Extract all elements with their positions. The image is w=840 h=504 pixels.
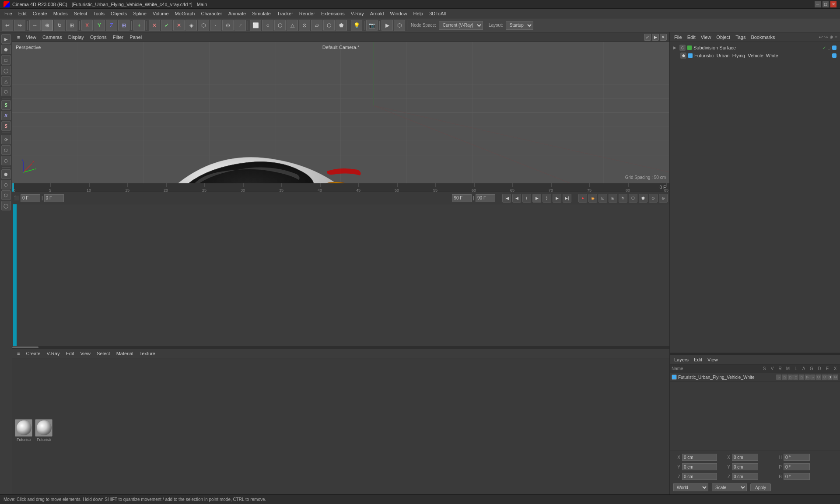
vp-fullscreen-btn[interactable]: ⤢ — [644, 34, 651, 41]
axis-y-button[interactable]: Y — [94, 20, 105, 31]
lp-icon-extra[interactable]: ⊡ — [833, 374, 838, 380]
tl-goto-end[interactable]: ▶| — [563, 194, 571, 203]
rp-icon-2[interactable]: ↪ — [824, 35, 828, 39]
rotate-tool-button[interactable]: ↻ — [54, 20, 65, 31]
attr-z-field[interactable] — [682, 473, 717, 480]
fracture-btn[interactable]: ⬡ — [323, 20, 335, 31]
sidebar-extra2[interactable]: ⬡ — [1, 180, 11, 189]
move-tool-button[interactable]: ↔ — [29, 20, 41, 31]
tl-record-pla[interactable]: ⬡ — [629, 194, 637, 203]
vp-menu-icon[interactable]: ≡ — [15, 34, 22, 41]
maximize-button[interactable]: □ — [822, 1, 829, 7]
cylinder-btn[interactable]: ⬡ — [274, 20, 286, 31]
lp-icon-exp[interactable]: ⬡ — [822, 374, 827, 380]
light-btn[interactable]: 💡 — [351, 20, 362, 31]
knife-btn[interactable]: ⟋ — [234, 20, 246, 31]
sidebar-rotate[interactable]: ⟳ — [1, 135, 11, 144]
rp-menu-tags[interactable]: Tags — [734, 34, 747, 41]
vp-menu-cameras[interactable]: Cameras — [40, 34, 64, 41]
menu-help[interactable]: Help — [411, 10, 426, 17]
sidebar-mode-texture[interactable]: □ — [1, 55, 11, 65]
tl-current-frame[interactable] — [44, 194, 64, 202]
tl-start-frame[interactable] — [21, 194, 40, 202]
mat-menu-view[interactable]: View — [78, 350, 93, 357]
axis-z-button[interactable]: Z — [106, 20, 117, 31]
attr-x-field[interactable] — [682, 454, 717, 461]
mograph-btn[interactable]: ⬟ — [336, 20, 347, 31]
material-item-1[interactable]: Futuristi — [15, 419, 32, 442]
menu-animate[interactable]: Animate — [226, 10, 248, 17]
tl-play[interactable]: ▶ — [532, 194, 541, 203]
sphere-btn[interactable]: ○ — [262, 20, 273, 31]
sidebar-mode-polygon[interactable]: △ — [1, 76, 11, 86]
attr-p-field[interactable] — [784, 463, 810, 470]
menu-render[interactable]: Render — [297, 10, 318, 17]
lp-icon-render[interactable]: □ — [788, 374, 793, 380]
timeline-track[interactable] — [12, 204, 669, 346]
attr-z2-field[interactable] — [732, 473, 758, 480]
menu-3dtoall[interactable]: 3DToAll — [427, 10, 448, 17]
menu-volume[interactable]: Volume — [150, 10, 172, 17]
vp-render-btn[interactable]: ▶ — [652, 34, 659, 41]
lp-icon-lock[interactable]: □ — [799, 374, 804, 380]
sidebar-mode-model[interactable]: ▶ — [1, 34, 11, 44]
close-button[interactable]: ✕ — [830, 1, 836, 7]
redo-button[interactable]: ↪ — [14, 20, 25, 31]
attr-y2-field[interactable] — [732, 463, 758, 470]
vp-menu-filter[interactable]: Filter — [111, 34, 126, 41]
attr-scale-select[interactable]: Scale — [712, 483, 747, 491]
mat-menu-create[interactable]: Create — [24, 350, 42, 357]
vp-menu-panel[interactable]: Panel — [127, 34, 144, 41]
rp-icon-4[interactable]: ≡ — [835, 35, 837, 39]
menu-select[interactable]: Select — [71, 10, 90, 17]
lp-icon-anim[interactable]: ▷ — [805, 374, 810, 380]
tl-next-key[interactable]: ⟩ — [542, 194, 551, 203]
menu-extensions[interactable]: Extensions — [318, 10, 347, 17]
lp-icon-color[interactable]: ◑ — [827, 374, 833, 380]
sidebar-mode-object[interactable]: ⬟ — [1, 45, 11, 54]
object-btn[interactable]: ✓ — [161, 20, 172, 31]
tl-record-auto[interactable]: ◉ — [588, 194, 597, 203]
lp-icon-gen[interactable]: ○ — [810, 374, 816, 380]
attr-world-select[interactable]: World — [673, 483, 708, 491]
attr-h-field[interactable] — [784, 454, 810, 461]
rp-icon-3[interactable]: ⊕ — [830, 35, 833, 39]
vp-menu-display[interactable]: Display — [66, 34, 86, 41]
cube-btn[interactable]: ⬜ — [250, 20, 261, 31]
menu-file[interactable]: File — [2, 10, 15, 17]
render-btn[interactable]: ⬡ — [394, 20, 405, 31]
select-all-button[interactable]: ⊞ — [66, 20, 77, 31]
sidebar-snap2[interactable]: ⬡ — [1, 156, 11, 165]
mat-menu-texture[interactable]: Texture — [137, 350, 158, 357]
tl-goto-start[interactable]: |◀ — [502, 194, 511, 203]
texture-btn[interactable]: ✕ — [173, 20, 185, 31]
tl-prev-frame[interactable]: ◀ — [512, 194, 521, 203]
live-select-btn[interactable]: ⊙ — [222, 20, 234, 31]
sidebar-s3[interactable]: S — [1, 121, 11, 131]
layout-select[interactable]: Startup — [506, 21, 533, 30]
scale-tool-button[interactable]: ⊕ — [42, 20, 53, 31]
lp-icon-solo[interactable]: ○ — [776, 374, 781, 380]
menu-simulate[interactable]: Simulate — [249, 10, 273, 17]
sidebar-grid[interactable]: ⬡ — [1, 145, 11, 155]
vp-menu-view[interactable]: View — [24, 34, 38, 41]
rp-menu-object[interactable]: Object — [714, 34, 732, 41]
point-btn[interactable]: · — [210, 20, 221, 31]
sidebar-snap[interactable]: ⬡ — [1, 87, 11, 96]
timeline-scrollbar[interactable] — [12, 346, 38, 348]
tl-record-motion[interactable]: ⊙ — [649, 194, 658, 203]
vp-close-btn[interactable]: ✕ — [660, 34, 667, 41]
cam-btn[interactable]: 📷 — [366, 20, 378, 31]
sidebar-s1[interactable]: S — [1, 100, 11, 110]
attr-apply-button[interactable]: Apply — [750, 483, 771, 491]
menu-mograph[interactable]: MoGraph — [172, 10, 198, 17]
lp-menu-layers[interactable]: Layers — [672, 356, 690, 363]
polygon-btn[interactable]: ◈ — [186, 20, 197, 31]
lp-icon-vis[interactable]: □ — [782, 374, 787, 380]
sidebar-mode-spline[interactable]: ◯ — [1, 66, 11, 75]
menu-spline[interactable]: Spline — [130, 10, 149, 17]
tl-end-frame2[interactable] — [476, 194, 495, 202]
tl-record-extra[interactable]: ⊛ — [659, 194, 668, 203]
attr-b-field[interactable] — [784, 473, 810, 480]
menu-create[interactable]: Create — [30, 10, 50, 17]
